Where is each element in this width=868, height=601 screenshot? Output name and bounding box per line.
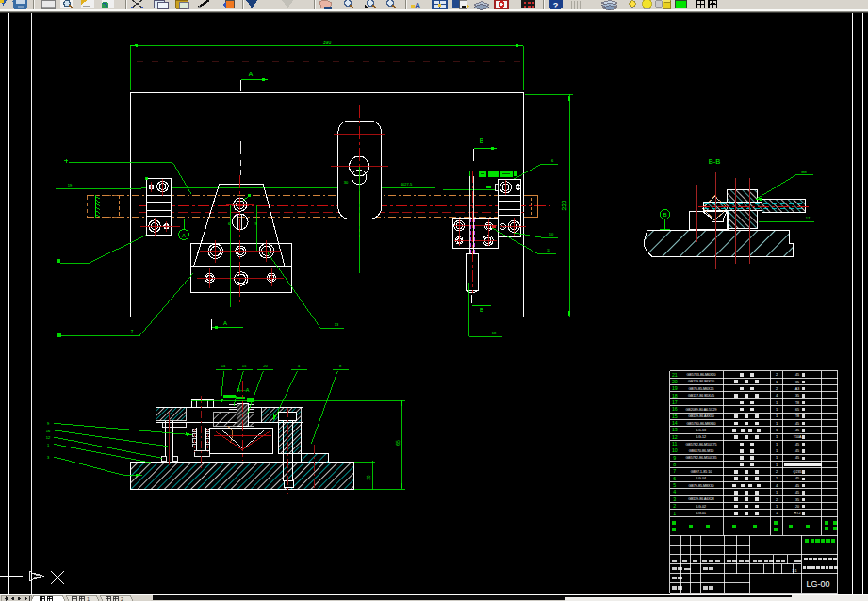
svg-text:19: 19: [68, 183, 73, 187]
svg-text:LG-02: LG-02: [696, 505, 706, 509]
svg-text:GB119-86 B6X30: GB119-86 B6X30: [688, 380, 714, 383]
svg-text:GB70-85-M6X25: GB70-85-M6X25: [689, 387, 714, 391]
svg-text:A: A: [182, 233, 186, 238]
svg-text:GB117-86 B5X45: GB117-86 B5X45: [688, 394, 714, 398]
svg-text:GB5783-86-M6X20: GB5783-86-M6X20: [687, 373, 716, 377]
svg-text:10: 10: [672, 447, 678, 453]
svg-text:14: 14: [672, 420, 678, 426]
svg-text:17: 17: [672, 399, 678, 405]
svg-text:390: 390: [323, 40, 332, 45]
svg-text:18: 18: [672, 393, 678, 398]
svg-text:19: 19: [672, 385, 678, 391]
svg-text:18: 18: [492, 331, 497, 335]
svg-text:B: B: [663, 212, 666, 218]
svg-text:A: A: [415, 1, 421, 10]
svg-text:30: 30: [344, 180, 349, 185]
svg-text:T8: T8: [795, 414, 799, 418]
svg-text:GB79-85-M8X30: GB79-85-M8X30: [689, 484, 714, 488]
svg-text:M8: M8: [801, 170, 807, 174]
svg-text:LG-01: LG-01: [696, 512, 706, 515]
svg-text:LG-12: LG-12: [696, 435, 706, 439]
svg-text:LG-00: LG-00: [806, 579, 829, 589]
svg-text:A: A: [223, 320, 227, 326]
svg-text:GB2089-80 A6.5X29: GB2089-80 A6.5X29: [686, 408, 717, 412]
svg-text:1:1: 1:1: [792, 568, 797, 573]
svg-text:20: 20: [795, 505, 799, 509]
svg-text:35: 35: [795, 394, 799, 398]
svg-text:2: 2: [121, 596, 123, 601]
svg-text:LG-04: LG-04: [696, 477, 706, 480]
svg-text:20: 20: [367, 475, 371, 480]
svg-text:45: 45: [795, 443, 799, 447]
svg-text:GB5782-86-M10X35: GB5782-86-M10X35: [686, 456, 717, 460]
svg-text:10: 10: [549, 232, 554, 236]
svg-text:45: 45: [795, 456, 799, 460]
svg-text:11: 11: [672, 441, 677, 447]
svg-text:45: 45: [795, 449, 799, 453]
svg-text:35: 35: [795, 498, 799, 502]
svg-text:GB5782-86-M10X75: GB5782-86-M10X75: [686, 443, 717, 447]
svg-text:?: ?: [553, 1, 559, 10]
svg-text:20: 20: [672, 379, 678, 384]
svg-text:16: 16: [46, 429, 51, 433]
svg-text:20: 20: [263, 364, 268, 368]
svg-text:GB119-86 A6X28: GB119-86 A6X28: [688, 497, 714, 501]
svg-text:HT2: HT2: [794, 512, 801, 515]
svg-text:45: 45: [795, 477, 799, 480]
svg-text:45: 45: [795, 422, 799, 426]
svg-text:8: 8: [673, 462, 676, 467]
svg-text:12: 12: [46, 435, 51, 440]
svg-text:65: 65: [795, 408, 799, 412]
svg-text:7: 7: [673, 468, 676, 474]
svg-text:4: 4: [673, 489, 676, 495]
svg-text:13: 13: [335, 322, 339, 327]
svg-text:A3: A3: [795, 387, 799, 391]
svg-text:LG-13: LG-13: [696, 429, 706, 432]
svg-text:17: 17: [806, 216, 811, 220]
svg-text:GB119-86 A8X30: GB119-86 A8X30: [688, 414, 714, 418]
svg-text:16: 16: [672, 406, 678, 412]
svg-text:Q235: Q235: [794, 470, 802, 474]
svg-text:3: 3: [673, 496, 676, 502]
svg-text:6027.5: 6027.5: [401, 182, 413, 187]
svg-text:45: 45: [795, 373, 799, 377]
svg-text:21: 21: [672, 372, 678, 378]
svg-text:45: 45: [795, 491, 799, 495]
svg-text:45: 45: [795, 429, 799, 432]
svg-text:5: 5: [673, 482, 676, 488]
svg-text:15: 15: [672, 414, 678, 419]
svg-text:9: 9: [673, 455, 676, 461]
svg-text:T8: T8: [795, 401, 799, 405]
svg-text:220: 220: [561, 200, 567, 210]
svg-text:65: 65: [395, 440, 401, 446]
svg-text:A: A: [249, 71, 254, 77]
svg-text:6: 6: [673, 476, 676, 481]
svg-text:15: 15: [242, 364, 247, 368]
svg-text:GB97.1-85 10: GB97.1-85 10: [691, 470, 712, 474]
svg-text:B: B: [480, 307, 483, 313]
svg-text:B-B: B-B: [709, 157, 721, 166]
svg-text:13: 13: [672, 427, 678, 432]
svg-text:2: 2: [673, 503, 676, 509]
svg-text:35: 35: [795, 381, 799, 384]
svg-text:1: 1: [87, 596, 90, 601]
svg-text:1: 1: [673, 511, 676, 516]
svg-text:GB5780-86-M8X40: GB5780-86-M8X40: [687, 422, 716, 426]
svg-text:GB6170-86-M10: GB6170-86-M10: [689, 449, 714, 453]
svg-text:12: 12: [672, 434, 678, 440]
svg-text:14: 14: [221, 364, 226, 368]
svg-text:45: 45: [795, 484, 799, 488]
svg-text:T10A: T10A: [794, 435, 802, 439]
svg-text:B: B: [480, 138, 483, 144]
